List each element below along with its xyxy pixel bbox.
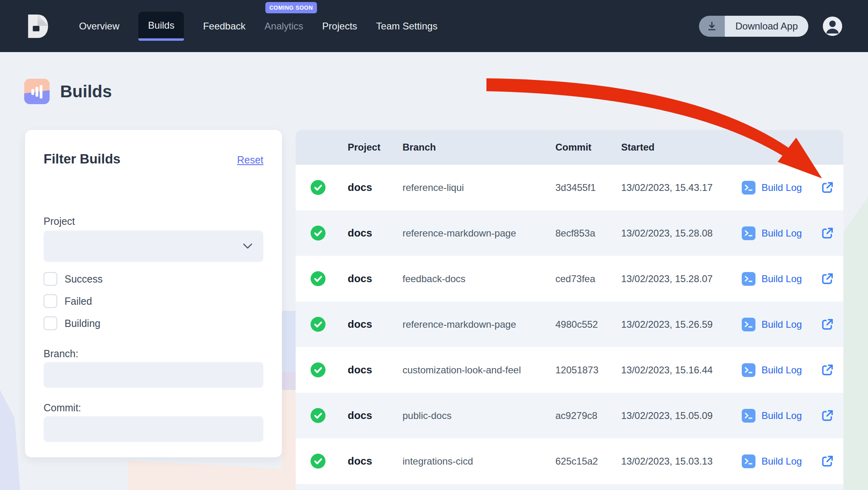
nav-item-projects[interactable]: Projects bbox=[322, 17, 357, 36]
commit-cell: 12051873 bbox=[555, 364, 621, 376]
success-check-icon bbox=[311, 408, 326, 423]
commit-cell: ced73fea bbox=[555, 273, 621, 285]
project-cell: docs bbox=[348, 272, 403, 285]
checkbox-label: Building bbox=[65, 318, 100, 329]
column-header-project: Project bbox=[348, 142, 403, 153]
build-status-cell bbox=[296, 317, 348, 332]
chevron-down-icon bbox=[243, 244, 252, 249]
branch-cell: reference-markdown-page bbox=[403, 228, 555, 239]
project-select[interactable] bbox=[44, 230, 263, 262]
branch-cell: public-docs bbox=[403, 410, 555, 421]
external-link-icon bbox=[820, 272, 834, 286]
build-log-link[interactable]: Build Log bbox=[742, 409, 811, 423]
commit-input[interactable] bbox=[44, 416, 263, 442]
open-build-external-link[interactable] bbox=[811, 226, 843, 240]
nav-item-feedback[interactable]: Feedback bbox=[203, 17, 245, 36]
started-cell: 13/02/2023, 15.03.13 bbox=[621, 456, 742, 467]
success-check-icon bbox=[311, 180, 326, 195]
build-log-link[interactable]: Build Log bbox=[742, 272, 811, 286]
open-build-external-link[interactable] bbox=[811, 409, 843, 423]
started-cell: 13/02/2023, 15.05.09 bbox=[621, 410, 742, 421]
checkbox-building[interactable]: Building bbox=[44, 315, 263, 331]
build-status-cell bbox=[296, 226, 348, 241]
checkbox-success[interactable]: Success bbox=[44, 271, 263, 287]
terminal-icon bbox=[742, 318, 755, 331]
build-log-link[interactable]: Build Log bbox=[742, 363, 811, 377]
reset-filters-link[interactable]: Reset bbox=[237, 154, 263, 166]
build-status-cell bbox=[296, 362, 348, 377]
build-status-cell bbox=[296, 180, 348, 195]
download-icon bbox=[699, 16, 725, 37]
table-header-row: Project Branch Commit Started bbox=[296, 130, 843, 165]
checkbox-box[interactable] bbox=[44, 272, 57, 286]
decor-lavender-strip bbox=[282, 311, 297, 372]
started-cell: 13/02/2023, 15.26.59 bbox=[621, 319, 742, 330]
build-log-link[interactable]: Build Log bbox=[742, 181, 811, 195]
external-link-icon bbox=[820, 454, 834, 468]
build-status-cell bbox=[296, 271, 348, 286]
open-build-external-link[interactable] bbox=[811, 181, 843, 195]
branch-cell: customization-look-and-feel bbox=[403, 364, 555, 376]
external-link-icon bbox=[820, 363, 834, 377]
success-check-icon bbox=[311, 226, 326, 241]
success-check-icon bbox=[311, 317, 326, 332]
branch-cell: integrations-cicd bbox=[403, 456, 555, 467]
nav-item-analytics[interactable]: AnalyticsCOMING SOON bbox=[265, 17, 303, 36]
project-cell: docs bbox=[348, 409, 403, 422]
build-log-link[interactable]: Build Log bbox=[742, 226, 811, 240]
build-status-cell bbox=[296, 454, 348, 469]
filter-builds-panel: Filter Builds Reset Project SuccessFaile… bbox=[25, 130, 282, 457]
user-icon bbox=[823, 17, 842, 36]
project-cell: docs bbox=[348, 318, 403, 331]
branch-label: Branch: bbox=[44, 348, 263, 360]
branch-cell: feedback-docs bbox=[403, 273, 555, 285]
project-cell: docs bbox=[348, 364, 403, 376]
build-log-label: Build Log bbox=[762, 319, 802, 330]
project-label: Project bbox=[44, 215, 263, 227]
open-build-external-link[interactable] bbox=[811, 272, 843, 286]
branch-input[interactable] bbox=[44, 362, 263, 388]
nav-item-overview[interactable]: Overview bbox=[79, 17, 119, 36]
terminal-icon bbox=[742, 363, 755, 377]
build-log-label: Build Log bbox=[762, 182, 802, 193]
checkbox-box[interactable] bbox=[44, 294, 57, 308]
external-link-icon bbox=[820, 409, 834, 423]
branch-cell: reference-liqui bbox=[403, 182, 555, 193]
table-body: docs reference-liqui 3d3455f1 13/02/2023… bbox=[296, 165, 843, 484]
download-app-label: Download App bbox=[725, 16, 808, 37]
column-header-branch: Branch bbox=[403, 142, 555, 153]
column-header-started: Started bbox=[621, 142, 742, 153]
build-log-link[interactable]: Build Log bbox=[742, 454, 811, 468]
success-check-icon bbox=[311, 362, 326, 377]
open-build-external-link[interactable] bbox=[811, 454, 843, 468]
column-header-commit: Commit bbox=[555, 142, 621, 153]
coming-soon-badge: COMING SOON bbox=[265, 2, 317, 13]
builds-page-icon bbox=[24, 79, 50, 104]
build-log-link[interactable]: Build Log bbox=[742, 318, 811, 331]
success-check-icon bbox=[311, 454, 326, 469]
nav-item-team-settings[interactable]: Team Settings bbox=[376, 17, 438, 36]
checkbox-box[interactable] bbox=[44, 316, 57, 330]
branch-cell: reference-markdown-page bbox=[403, 319, 555, 330]
terminal-icon bbox=[742, 409, 755, 423]
commit-cell: 8ecf853a bbox=[555, 228, 621, 239]
doctave-logo[interactable] bbox=[24, 10, 49, 42]
table-row: docs reference-markdown-page 4980c552 13… bbox=[296, 302, 843, 347]
checkbox-failed[interactable]: Failed bbox=[44, 293, 263, 309]
commit-cell: 3d3455f1 bbox=[555, 182, 621, 193]
started-cell: 13/02/2023, 15.28.08 bbox=[621, 228, 742, 239]
project-cell: docs bbox=[348, 227, 403, 239]
checkbox-label: Success bbox=[65, 273, 102, 285]
table-row: docs reference-liqui 3d3455f1 13/02/2023… bbox=[296, 165, 843, 210]
download-app-button[interactable]: Download App bbox=[699, 16, 808, 37]
terminal-icon bbox=[742, 454, 755, 468]
project-cell: docs bbox=[348, 181, 403, 194]
decor-pink-strip bbox=[282, 390, 297, 490]
user-avatar-button[interactable] bbox=[823, 17, 842, 36]
table-row: docs reference-markdown-page 8ecf853a 13… bbox=[296, 210, 843, 256]
build-log-label: Build Log bbox=[762, 410, 802, 421]
success-check-icon bbox=[311, 271, 326, 286]
open-build-external-link[interactable] bbox=[811, 363, 843, 377]
open-build-external-link[interactable] bbox=[811, 318, 843, 331]
nav-item-builds[interactable]: Builds bbox=[138, 12, 184, 41]
